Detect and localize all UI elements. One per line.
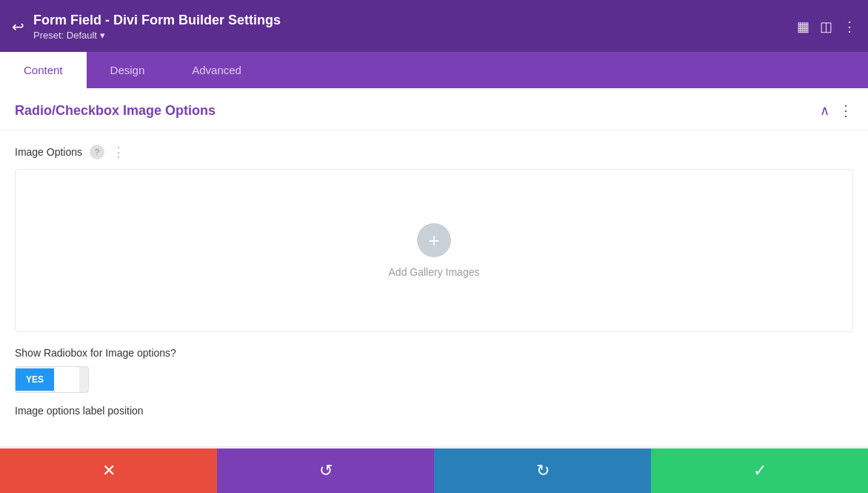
header-right: ▦ ◫ ⋮ — [797, 19, 856, 35]
add-gallery-icon[interactable]: + — [417, 223, 451, 257]
toggle-container[interactable]: YES — [15, 366, 89, 393]
image-options-row: Image Options ? ⋮ — [15, 144, 853, 160]
toggle-yes[interactable]: YES — [16, 368, 54, 391]
toggle-no[interactable] — [54, 367, 79, 392]
header-preset[interactable]: Preset: Default ▾ — [33, 30, 281, 41]
bottom-toolbar: ✕ ↺ ↻ ✓ — [0, 449, 868, 493]
gallery-add-label: Add Gallery Images — [389, 266, 480, 278]
save-button[interactable]: ✓ — [651, 449, 868, 493]
show-radiobox-row: Show Radiobox for Image options? YES — [15, 347, 853, 393]
header-title: Form Field - Divi Form Builder Settings — [33, 13, 281, 28]
show-radiobox-label: Show Radiobox for Image options? — [15, 347, 853, 359]
main-content: Radio/Checkbox Image Options ∧ ⋮ Image O… — [0, 88, 868, 446]
image-options-label: Image Options — [15, 146, 82, 158]
header-title-block: Form Field - Divi Form Builder Settings … — [33, 13, 281, 41]
header: ↩ Form Field - Divi Form Builder Setting… — [0, 0, 868, 52]
header-left: ↩ Form Field - Divi Form Builder Setting… — [12, 13, 281, 41]
image-options-more-icon[interactable]: ⋮ — [112, 144, 125, 160]
section-more-icon[interactable]: ⋮ — [838, 102, 853, 119]
tab-design[interactable]: Design — [87, 52, 169, 88]
redo-button[interactable]: ↻ — [434, 449, 651, 493]
columns-icon[interactable]: ◫ — [820, 19, 832, 35]
fullscreen-icon[interactable]: ▦ — [797, 19, 809, 35]
section-title: Radio/Checkbox Image Options — [15, 103, 216, 119]
content-area: Image Options ? ⋮ + Add Gallery Images S… — [0, 130, 868, 442]
more-options-icon[interactable]: ⋮ — [843, 19, 856, 35]
gallery-box[interactable]: + Add Gallery Images — [15, 169, 853, 332]
collapse-icon[interactable]: ∧ — [820, 102, 829, 119]
tab-bar: Content Design Advanced — [0, 52, 868, 88]
section-header-right: ∧ ⋮ — [820, 102, 853, 119]
label-position-row: Image options label position — [15, 405, 853, 417]
section-header: Radio/Checkbox Image Options ∧ ⋮ — [0, 88, 868, 130]
cancel-button[interactable]: ✕ — [0, 449, 217, 493]
tab-advanced[interactable]: Advanced — [168, 52, 265, 88]
help-icon[interactable]: ? — [90, 145, 104, 159]
label-position-label: Image options label position — [15, 405, 853, 417]
tab-content[interactable]: Content — [0, 52, 87, 88]
undo-button[interactable]: ↺ — [217, 449, 434, 493]
back-icon[interactable]: ↩ — [12, 18, 24, 36]
